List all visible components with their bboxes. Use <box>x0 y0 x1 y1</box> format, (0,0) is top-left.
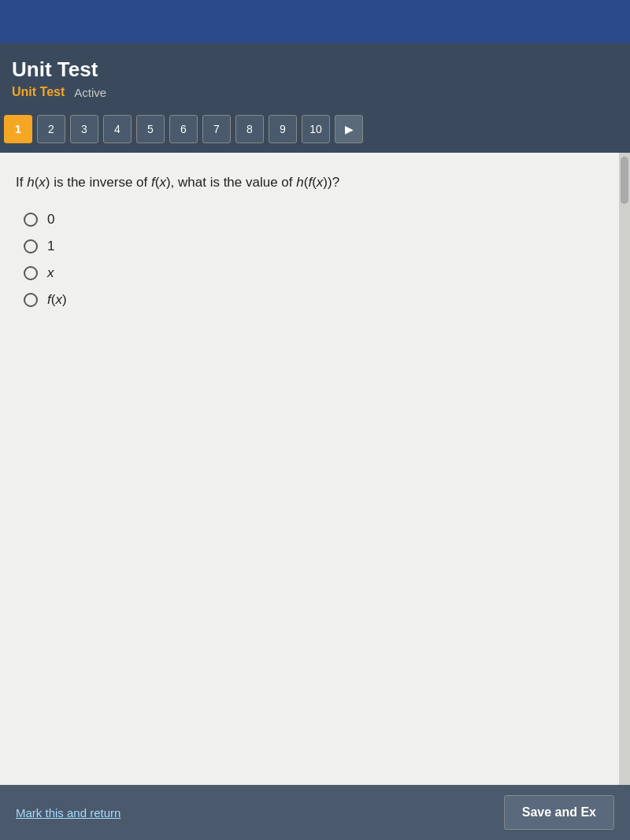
header-section: Unit Test Unit Test Active <box>0 43 630 109</box>
top-bar <box>0 0 630 43</box>
nav-btn-9[interactable]: 9 <box>269 115 297 143</box>
option-radio-0[interactable] <box>24 213 38 227</box>
option-label-2: x <box>47 265 54 281</box>
scrollbar-thumb <box>621 157 628 204</box>
option-label-0: 0 <box>47 212 54 228</box>
nav-btn-4[interactable]: 4 <box>103 115 132 143</box>
option-label-3: f(x) <box>47 292 67 308</box>
option-label-1: 1 <box>47 239 54 254</box>
nav-next-arrow[interactable]: ▶ <box>335 115 363 143</box>
nav-btn-2[interactable]: 2 <box>37 115 65 143</box>
nav-btn-8[interactable]: 8 <box>235 115 264 143</box>
nav-btn-7[interactable]: 7 <box>202 115 231 143</box>
nav-btn-6[interactable]: 6 <box>169 115 198 143</box>
option-radio-1[interactable] <box>24 239 38 253</box>
main-content: If h(x) is the inverse of f(x), what is … <box>0 153 630 785</box>
content-spacer <box>16 308 614 770</box>
subtitle-status: Active <box>74 86 106 99</box>
option-3[interactable]: f(x) <box>24 292 614 308</box>
options-list: 0 1 x f(x) <box>24 212 614 308</box>
option-radio-2[interactable] <box>24 266 38 280</box>
nav-btn-3[interactable]: 3 <box>70 115 98 143</box>
nav-btn-1[interactable]: 1 <box>4 115 32 143</box>
question-nav: 1 2 3 4 5 6 7 8 9 10 ▶ <box>0 109 630 153</box>
subtitle-row: Unit Test Active <box>12 85 618 109</box>
footer: Mark this and return Save and Ex <box>0 785 630 840</box>
option-2[interactable]: x <box>24 265 614 281</box>
question-text: If h(x) is the inverse of f(x), what is … <box>16 172 614 193</box>
nav-btn-10[interactable]: 10 <box>302 115 330 143</box>
subtitle-test: Unit Test <box>12 85 65 99</box>
option-1[interactable]: 1 <box>24 239 614 254</box>
option-0[interactable]: 0 <box>24 212 614 228</box>
nav-btn-5[interactable]: 5 <box>136 115 165 143</box>
option-radio-3[interactable] <box>24 293 38 307</box>
mark-return-link[interactable]: Mark this and return <box>16 806 120 820</box>
page-title: Unit Test <box>12 51 618 85</box>
scrollbar <box>619 153 630 785</box>
save-exit-button[interactable]: Save and Ex <box>504 795 614 830</box>
